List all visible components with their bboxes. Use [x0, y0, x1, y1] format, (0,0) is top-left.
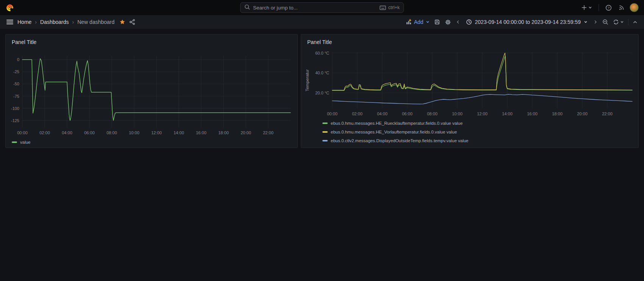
divider: [599, 4, 599, 11]
legend-label: value: [20, 140, 31, 144]
zoom-out-time-button[interactable]: [600, 17, 610, 27]
legend-label: ebus.0.hmu.messages.HE_Ruecklauftemperat…: [331, 121, 463, 126]
svg-text:00:00: 00:00: [17, 130, 28, 135]
svg-text:04:00: 04:00: [62, 130, 72, 135]
chevron-left-icon: [456, 20, 460, 24]
clock-icon: [466, 19, 472, 25]
panel-title[interactable]: Panel Title: [304, 38, 635, 47]
svg-text:10:00: 10:00: [129, 130, 139, 135]
svg-text:08:00: 08:00: [427, 111, 438, 116]
grafana-logo[interactable]: [5, 3, 14, 12]
toolbar-actions: Add 2023-09-14 00:00:00 to 2023-09-: [404, 17, 639, 27]
svg-text:20:00: 20:00: [241, 130, 251, 135]
legend-item[interactable]: value: [12, 138, 294, 146]
legend-chip: [322, 140, 328, 141]
panel-legend: value: [9, 138, 294, 146]
legend-chip: [322, 131, 328, 133]
help-button[interactable]: ?: [603, 3, 614, 13]
svg-text:60.0 °C: 60.0 °C: [315, 51, 329, 55]
svg-text:00:00: 00:00: [327, 111, 338, 116]
add-panel-icon: [406, 19, 412, 25]
panel-title[interactable]: Panel Title: [9, 38, 294, 47]
legend-item[interactable]: ebus.0.ctlv2.messages.DisplayedOutsideTe…: [322, 136, 635, 145]
svg-text:-25: -25: [13, 69, 19, 74]
new-button[interactable]: [579, 3, 594, 12]
help-icon: ?: [605, 5, 612, 11]
svg-text:12:00: 12:00: [477, 111, 488, 116]
legend-chip: [322, 122, 328, 124]
breadcrumb-separator: ›: [35, 19, 37, 25]
news-button[interactable]: [617, 3, 627, 12]
collapse-toolbar-button[interactable]: [631, 18, 639, 26]
user-avatar[interactable]: [630, 3, 639, 12]
legend-item[interactable]: ebus.0.hmu.messages.HE_Vorlauftemperatur…: [322, 127, 635, 136]
svg-text:40.0 °C: 40.0 °C: [315, 71, 329, 75]
plus-icon: [581, 5, 587, 11]
svg-text:22:00: 22:00: [602, 111, 613, 116]
svg-text:18:00: 18:00: [552, 111, 563, 116]
chevron-down-icon: [426, 20, 430, 24]
save-icon: [434, 19, 440, 25]
breadcrumb-dashboards[interactable]: Dashboards: [40, 19, 69, 25]
svg-text:02:00: 02:00: [39, 130, 50, 135]
time-series-chart[interactable]: 00:0002:0004:0006:0008:0010:0012:0014:00…: [304, 47, 635, 119]
time-series-chart[interactable]: 00:0002:0004:0006:0008:0010:0012:0014:00…: [9, 47, 294, 138]
panel-right: Panel Title 00:0002:0004:0006:0008:0010:…: [301, 34, 639, 148]
rss-icon: [619, 5, 625, 11]
refresh-icon: [613, 19, 619, 25]
add-button[interactable]: Add: [404, 17, 431, 27]
svg-text:14:00: 14:00: [174, 130, 184, 135]
legend-label: ebus.0.hmu.messages.HE_Vorlauftemperatur…: [331, 130, 457, 134]
svg-text:-75: -75: [13, 94, 19, 99]
breadcrumb: Home › Dashboards › New dashboard: [17, 19, 114, 25]
svg-text:-100: -100: [11, 106, 19, 111]
chevron-down-icon: [588, 6, 592, 9]
svg-text:18:00: 18:00: [218, 130, 229, 135]
svg-text:06:00: 06:00: [84, 130, 95, 135]
search-input[interactable]: Search or jump to... ctrl+k: [240, 2, 404, 13]
chevron-down-icon: [584, 20, 588, 24]
search-placeholder: Search or jump to...: [253, 5, 298, 11]
svg-text:0: 0: [17, 57, 19, 62]
svg-text:06:00: 06:00: [402, 111, 413, 116]
svg-text:16:00: 16:00: [527, 111, 538, 116]
svg-text:02:00: 02:00: [352, 111, 363, 116]
breadcrumb-home[interactable]: Home: [17, 19, 31, 25]
time-shift-forward-button[interactable]: [591, 18, 600, 26]
breadcrumb-separator: ›: [72, 19, 74, 25]
save-dashboard-button[interactable]: [432, 17, 442, 27]
share-button[interactable]: [127, 17, 137, 27]
share-icon: [129, 19, 135, 25]
dashboard-toolbar: Home › Dashboards › New dashboard Add: [0, 15, 644, 29]
zoom-out-icon: [602, 19, 608, 25]
legend-label: ebus.0.ctlv2.messages.DisplayedOutsideTe…: [331, 138, 469, 143]
dashboard-canvas: Panel Title 00:0002:0004:0006:0008:0010:…: [0, 29, 644, 153]
legend-item[interactable]: ebus.0.hmu.messages.HE_Ruecklauftemperat…: [322, 119, 635, 127]
top-nav: Search or jump to... ctrl+k ?: [0, 0, 644, 15]
time-range-picker[interactable]: 2023-09-14 00:00:00 to 2023-09-14 23:59:…: [463, 17, 591, 27]
mega-menu-toggle[interactable]: [5, 18, 15, 26]
gear-icon: [445, 19, 451, 25]
breadcrumb-current: New dashboard: [77, 19, 114, 25]
svg-text:12:00: 12:00: [151, 130, 162, 135]
chevron-up-icon: [633, 20, 638, 25]
time-range-label: 2023-09-14 00:00:00 to 2023-09-14 23:59:…: [475, 19, 581, 25]
divider: [628, 19, 628, 25]
svg-text:20:00: 20:00: [577, 111, 588, 116]
time-shift-back-button[interactable]: [454, 18, 462, 26]
search-icon: [244, 4, 250, 11]
svg-text:20.0 °C: 20.0 °C: [315, 91, 329, 95]
refresh-button[interactable]: [611, 17, 626, 27]
add-label: Add: [414, 19, 424, 25]
legend-chip: [12, 141, 17, 143]
chevron-right-icon: [593, 20, 598, 24]
svg-text:22:00: 22:00: [263, 130, 274, 135]
svg-text:04:00: 04:00: [377, 111, 388, 116]
top-nav-actions: ?: [579, 3, 639, 13]
keyboard-shortcut-hint: ctrl+k: [380, 5, 400, 10]
svg-text:14:00: 14:00: [502, 111, 513, 116]
dashboard-settings-button[interactable]: [443, 17, 453, 27]
search-area: Search or jump to... ctrl+k: [0, 0, 644, 15]
favorite-star-button[interactable]: [117, 17, 127, 27]
svg-text:-125: -125: [11, 118, 19, 123]
